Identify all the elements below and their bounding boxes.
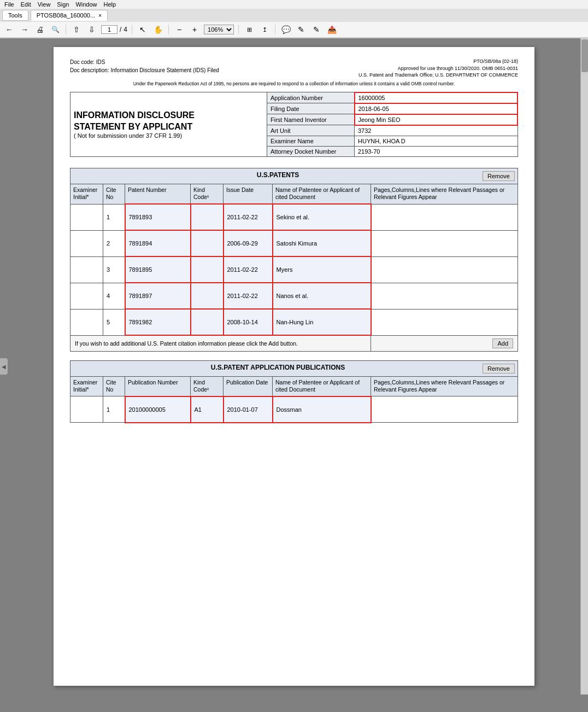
menu-help[interactable]: Help (104, 1, 116, 8)
pub-row1-patentee[interactable]: Dossman (273, 396, 371, 423)
scroll-thumb[interactable] (581, 39, 588, 72)
pub-row1-pages[interactable] (371, 396, 518, 423)
pub-header-examiner-initial: Examiner Initial* (70, 376, 103, 396)
page-navigation: / 4 (101, 25, 127, 34)
pub-row1-kind-code[interactable]: A1 (191, 396, 224, 423)
header-patent-number: Patent Number (125, 184, 191, 204)
row2-examiner[interactable] (70, 230, 103, 256)
header-examiner-initial: Examiner Initial* (70, 184, 103, 204)
row3-patentee[interactable]: Myers (273, 256, 371, 283)
form-title-line2: STATEMENT BY APPLICANT (74, 121, 263, 133)
row2-patent-number[interactable]: 7891894 (125, 230, 191, 256)
header-name-patentee: Name of Patentee or Applicant of cited D… (273, 184, 371, 204)
sign-button[interactable]: ✎ (310, 24, 322, 36)
share-button[interactable]: 📤 (326, 24, 338, 36)
app-number-value[interactable]: 16000005 (355, 92, 518, 103)
row4-kind-code[interactable] (191, 283, 224, 309)
zoom-out-button[interactable]: − (173, 24, 185, 36)
row1-patent-number[interactable]: 7891893 (125, 204, 191, 230)
tab-document[interactable]: PTOSB08a_160000... × (31, 10, 108, 21)
row4-patentee[interactable]: Nanos et al. (273, 283, 371, 309)
header-kind-code: Kind Code¹ (191, 184, 224, 204)
us-pub-remove-button[interactable]: Remove (483, 364, 515, 373)
row4-pages[interactable] (371, 283, 518, 309)
row5-patentee[interactable]: Nan-Hung Lin (273, 309, 371, 335)
row5-issue-date[interactable]: 2008-10-14 (224, 309, 273, 335)
comment-button[interactable]: 💬 (280, 24, 292, 36)
row5-examiner[interactable] (70, 309, 103, 335)
pto-form-number: PTO/SB/08a (02-18) (358, 58, 518, 65)
toolbar: ← → 🖨 🔍 ⇧ ⇩ / 4 ↖ ✋ − + 106% 100% 75% ⊞ … (0, 22, 588, 38)
attorney-docket-label: Attorney Docket Number (267, 146, 355, 156)
pub-row1-examiner[interactable] (70, 396, 103, 423)
tab-tools[interactable]: Tools (2, 10, 28, 21)
browser-chrome: File Edit View Sign Window Help Tools PT… (0, 0, 588, 38)
viewer-area: ◀ Doc code: IDS Doc description: Informa… (0, 38, 588, 695)
form-title-line1: INFORMATION DISCLOSURE (74, 110, 263, 121)
pen-button[interactable]: ✎ (295, 24, 307, 36)
us-patents-add-button[interactable]: Add (492, 339, 513, 348)
print-button[interactable]: 🖨 (34, 24, 46, 36)
us-patents-remove-button[interactable]: Remove (483, 171, 515, 181)
row2-kind-code[interactable] (191, 230, 224, 256)
fit-page-button[interactable]: ⊞ (243, 24, 255, 36)
row1-pages[interactable] (371, 204, 518, 230)
us-patents-title-cell: U.S.PATENTS Remove (70, 168, 518, 184)
pub-row1-pub-date[interactable]: 2010-01-07 (224, 396, 273, 423)
row4-issue-date[interactable]: 2011-02-22 (224, 283, 273, 309)
row5-kind-code[interactable] (191, 309, 224, 335)
filing-date-value[interactable]: 2018-06-05 (355, 103, 518, 114)
tab-bar: Tools PTOSB08a_160000... × (0, 9, 588, 22)
row1-kind-code[interactable] (191, 204, 224, 230)
back-button[interactable]: ← (3, 24, 15, 36)
row5-patent-number[interactable]: 7891982 (125, 309, 191, 335)
row3-patent-number[interactable]: 7891895 (125, 256, 191, 283)
menu-view[interactable]: View (38, 1, 51, 8)
hand-tool-button[interactable]: ✋ (152, 24, 164, 36)
row5-pages[interactable] (371, 309, 518, 335)
patent-row-3: 3 7891895 2011-02-22 Myers (70, 256, 518, 283)
menu-sign[interactable]: Sign (57, 1, 69, 8)
row1-issue-date[interactable]: 2011-02-22 (224, 204, 273, 230)
us-patents-table: U.S.PATENTS Remove Examiner Initial* Cit… (70, 168, 518, 352)
us-patents-footer-row: If you wish to add additional U.S. Paten… (70, 335, 518, 351)
row2-pages[interactable] (371, 230, 518, 256)
pub-row1-pub-number[interactable]: 20100000005 (125, 396, 191, 423)
row1-patentee[interactable]: Sekino et al. (273, 204, 371, 230)
row3-examiner[interactable] (70, 256, 103, 283)
row1-examiner[interactable] (70, 204, 103, 230)
toolbar-divider-4 (238, 25, 239, 34)
row3-issue-date[interactable]: 2011-02-22 (224, 256, 273, 283)
us-pub-header-row: Examiner Initial* Cite No Publication Nu… (70, 376, 518, 396)
first-inventor-value[interactable]: Jeong Min SEO (355, 114, 518, 125)
cursor-tool-button[interactable]: ↖ (137, 24, 149, 36)
download-button[interactable]: ↥ (258, 24, 271, 36)
patent-row-4: 4 7891897 2011-02-22 Nanos et al. (70, 283, 518, 309)
row5-cite-no: 5 (103, 309, 125, 335)
row2-issue-date[interactable]: 2006-09-29 (224, 230, 273, 256)
zoom-search-button[interactable]: 🔍 (49, 24, 61, 36)
zoom-level-select[interactable]: 106% 100% 75% (204, 25, 234, 34)
tab-close-icon[interactable]: × (98, 13, 102, 19)
filing-date-label: Filing Date (267, 103, 355, 114)
row3-pages[interactable] (371, 256, 518, 283)
pub-header-pages-columns: Pages,Columns,Lines where Relevant Passa… (371, 376, 518, 396)
menu-window[interactable]: Window (75, 1, 97, 8)
menu-file[interactable]: File (4, 1, 14, 8)
forward-button[interactable]: → (19, 24, 31, 36)
scrollbar[interactable] (580, 38, 588, 695)
left-panel-handle[interactable]: ◀ (0, 358, 8, 375)
row4-patent-number[interactable]: 7891897 (125, 283, 191, 309)
row3-kind-code[interactable] (191, 256, 224, 283)
menu-edit[interactable]: Edit (21, 1, 31, 8)
row2-patentee[interactable]: Satoshi Kimura (273, 230, 371, 256)
form-title-cell: INFORMATION DISCLOSURE STATEMENT BY APPL… (70, 92, 267, 157)
us-patents-header-row: Examiner Initial* Cite No Patent Number … (70, 184, 518, 204)
next-page-button[interactable]: ⇩ (86, 24, 98, 36)
page-separator: / (120, 26, 121, 33)
examiner-name-label: Examiner Name (267, 136, 355, 146)
row4-examiner[interactable] (70, 283, 103, 309)
prev-page-button[interactable]: ⇧ (70, 24, 83, 36)
page-number-input[interactable] (101, 25, 117, 34)
zoom-in-button[interactable]: + (189, 24, 201, 36)
